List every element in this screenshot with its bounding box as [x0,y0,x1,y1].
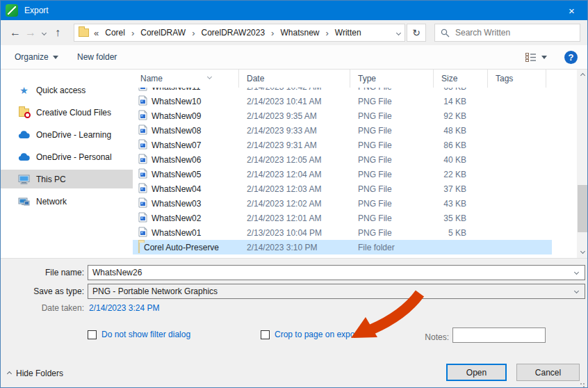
png-file-icon [138,227,147,239]
file-date: 2/14/2023 9:33 AM [239,123,350,138]
scroll-down-icon[interactable] [577,246,588,258]
back-button[interactable]: ← [8,20,23,45]
file-date: 2/14/2023 12:05 AM [239,152,350,167]
png-file-icon [138,139,147,152]
column-header-filler [546,70,577,88]
organize-button[interactable]: Organize [15,45,58,69]
file-type: PNG File [350,167,434,181]
column-header-label: Type [358,74,376,83]
file-size: 5 KB [434,225,488,240]
close-icon[interactable]: × [556,1,587,20]
file-row-corel-auto-preserve[interactable]: Corel Auto-Preserve2/14/2023 3:10 PMFile… [133,240,552,254]
scroll-up-icon[interactable] [577,70,588,81]
file-type: PNG File [350,225,434,240]
breadcrumb-item-coreldraw2023[interactable]: CorelDRAW2023 [200,28,267,38]
breadcrumb-item-whatsnew[interactable]: Whatsnew [279,28,320,38]
breadcrumb-item-written[interactable]: Written [334,28,363,38]
crop-to-page-checkbox[interactable] [261,330,270,339]
filter-dialog-checkbox[interactable] [88,330,97,339]
title-bar: Export × [1,1,587,20]
address-dropdown-chevron-icon[interactable] [396,30,401,35]
sidebar-item-quick-access[interactable]: ★Quick access [1,81,133,99]
open-button[interactable]: Open [446,364,507,381]
breadcrumb-overflow-icon[interactable]: « [94,28,99,38]
column-header-size[interactable]: Size [434,70,488,88]
dropdown-triangle-icon [53,56,58,59]
png-file-icon [138,110,147,122]
file-row-whatsnew07[interactable]: WhatsNew072/14/2023 9:31 AMPNG File86 KB [133,138,552,152]
sidebar-item-label: OneDrive - Personal [36,152,112,162]
file-tags [488,211,546,225]
details-view-icon [525,53,537,62]
chevron-down-icon [41,30,46,35]
view-mode-button[interactable] [525,45,547,69]
file-date: 2/14/2023 10:41 AM [239,94,350,108]
file-size: 35 KB [434,211,488,225]
hide-folders-button[interactable]: Hide Folders [8,369,63,378]
sidebar-item-label: Network [36,197,67,207]
scrollbar-thumb[interactable] [578,185,588,232]
address-bar[interactable]: « Corel›CorelDRAW›CorelDRAW2023›Whatsnew… [74,24,405,42]
sidebar-item-label: This PC [36,175,66,184]
column-header-name[interactable]: Name [133,70,239,88]
file-tags [488,152,546,167]
file-name-input[interactable]: WhatsNew26 [88,265,585,280]
sidebar-item-onedrive-learning[interactable]: OneDrive - Learning [1,125,133,144]
file-row-whatsnew08[interactable]: WhatsNew082/14/2023 9:33 AMPNG File48 KB [133,123,552,138]
file-type: PNG File [350,181,434,196]
file-type: PNG File [350,108,434,123]
cancel-button[interactable]: Cancel [516,364,580,381]
sidebar-item-this-pc[interactable]: This PC [1,170,133,188]
coreldraw-app-icon [6,4,18,17]
date-taken-label: Date taken: [1,303,84,313]
file-size: 37 KB [434,181,488,196]
breadcrumb-item-corel[interactable]: Corel [104,28,126,38]
sidebar-item-creative-cloud-files[interactable]: Creative Cloud Files [1,103,133,122]
file-row-whatsnew06[interactable]: WhatsNew062/14/2023 12:05 AMPNG File40 K… [133,152,552,167]
navigation-bar: ← → ↑ « Corel›CorelDRAW›CorelDRAW2023›Wh… [1,20,587,45]
folder-icon [138,243,140,252]
up-button[interactable]: ↑ [49,20,66,45]
forward-button[interactable]: → [23,20,38,45]
file-name: WhatsNew05 [152,170,201,179]
save-as-type-select[interactable]: PNG - Portable Network Graphics [88,284,585,299]
file-type: PNG File [350,138,434,152]
column-header-type[interactable]: Type [350,70,434,88]
column-header-date[interactable]: Date [239,70,350,88]
refresh-button[interactable]: ↻ [407,24,426,42]
notes-input[interactable] [452,328,546,343]
help-button[interactable]: ? [564,51,578,64]
chevron-down-icon [574,270,579,275]
sidebar-item-label: OneDrive - Learning [36,130,111,140]
file-row-whatsnew01[interactable]: WhatsNew012/13/2023 10:04 PMPNG File5 KB [133,225,552,240]
column-header-label: Name [140,74,163,83]
file-tags [488,225,546,240]
file-tags [488,94,546,108]
window-title: Export [24,6,49,15]
search-box[interactable]: Search Written [434,24,580,42]
vertical-scrollbar[interactable] [577,70,588,258]
file-name-value: WhatsNew26 [92,268,142,277]
organize-label: Organize [15,52,49,62]
file-row-whatsnew10[interactable]: WhatsNew102/14/2023 10:41 AMPNG File14 K… [133,94,552,108]
pc-icon [18,174,30,185]
sidebar-item-onedrive-personal[interactable]: OneDrive - Personal [1,147,133,166]
file-row-whatsnew09[interactable]: WhatsNew092/14/2023 9:35 AMPNG File92 KB [133,108,552,123]
sidebar-item-network[interactable]: Network [1,192,133,211]
file-size: 22 KB [434,167,488,181]
dropdown-triangle-icon [541,56,547,59]
file-row-whatsnew02[interactable]: WhatsNew022/14/2023 12:01 AMPNG File35 K… [133,211,552,225]
file-tags [488,240,546,254]
column-header-tags[interactable]: Tags [488,70,546,88]
file-row-whatsnew05[interactable]: WhatsNew052/14/2023 12:04 AMPNG File22 K… [133,167,552,181]
png-file-icon [138,212,147,225]
resize-grip[interactable] [580,382,585,388]
breadcrumb-separator-icon: › [126,28,139,38]
new-folder-button[interactable]: New folder [77,45,117,69]
file-row-whatsnew03[interactable]: WhatsNew032/14/2023 12:02 AMPNG File43 K… [133,196,552,211]
breadcrumb-item-coreldraw[interactable]: CorelDRAW [139,28,187,38]
save-as-type-value: PNG - Portable Network Graphics [92,286,218,296]
file-row-whatsnew04[interactable]: WhatsNew042/14/2023 12:03 AMPNG File37 K… [133,181,552,196]
search-placeholder: Search Written [455,28,510,38]
recent-locations-chevron-icon[interactable] [38,20,49,45]
